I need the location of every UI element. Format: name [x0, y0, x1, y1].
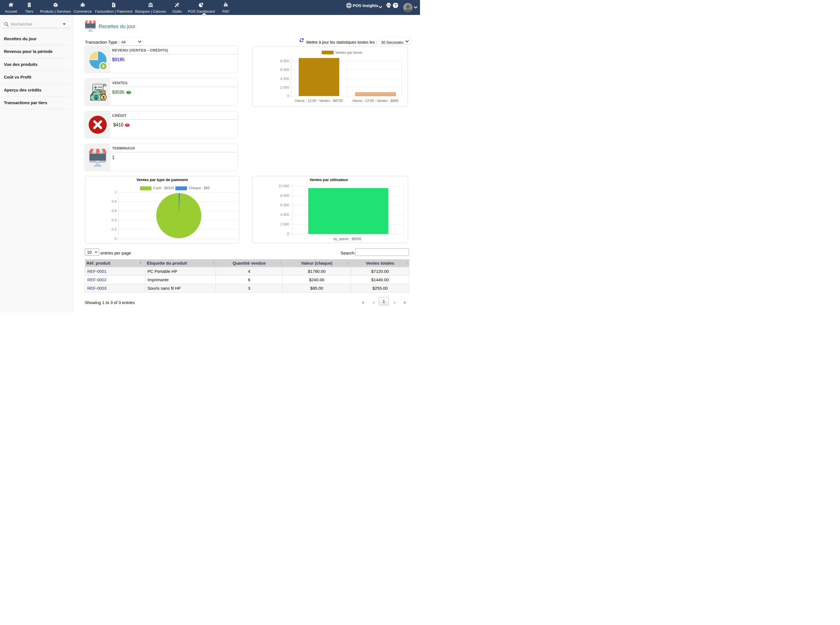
- svg-text:$: $: [95, 95, 98, 100]
- svg-text:$: $: [102, 95, 104, 99]
- svg-text:$: $: [113, 4, 114, 7]
- svg-text:?: ?: [394, 3, 397, 8]
- svg-text:$: $: [102, 64, 105, 68]
